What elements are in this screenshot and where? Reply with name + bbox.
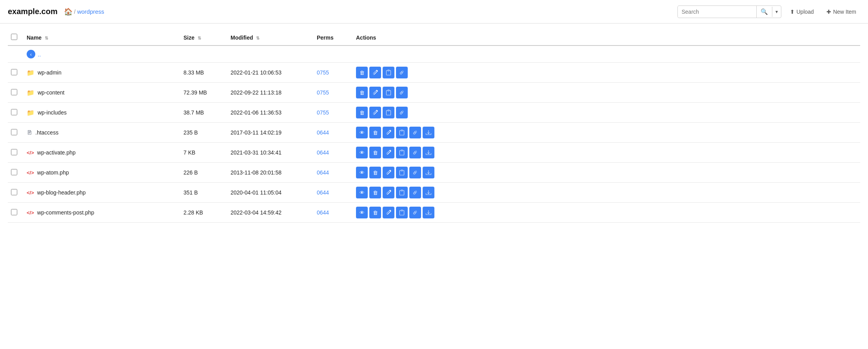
download-button[interactable] [423, 147, 434, 158]
new-item-button[interactable]: ✚ New Item [823, 6, 860, 17]
file-icon: 🖹 [27, 129, 32, 136]
perms-link[interactable]: 0644 [317, 149, 329, 156]
parent-checkbox-cell [8, 45, 24, 63]
breadcrumb-wordpress[interactable]: wordpress [77, 8, 104, 15]
copy-button[interactable] [396, 147, 408, 158]
file-name-container: </> wp-activate.php [27, 149, 177, 156]
edit-button[interactable] [383, 147, 394, 158]
link-button[interactable] [396, 87, 408, 98]
file-name-text[interactable]: wp-content [38, 89, 64, 96]
parent-directory-row: ‹ .. [8, 45, 860, 63]
row-checkbox[interactable] [11, 149, 17, 155]
view-button[interactable]: 👁 [356, 187, 368, 198]
perms-link[interactable]: 0755 [317, 89, 329, 96]
row-checkbox[interactable] [11, 129, 17, 135]
copy-button[interactable] [383, 87, 394, 98]
perms-link[interactable]: 0755 [317, 69, 329, 76]
file-name-text[interactable]: wp-includes [38, 109, 67, 116]
row-name-cell: </> wp-activate.php [24, 143, 180, 163]
row-checkbox[interactable] [11, 189, 17, 195]
search-dropdown-button[interactable]: ▾ [772, 7, 781, 17]
file-name-text: .htaccess [35, 129, 58, 136]
copy-button[interactable] [396, 167, 408, 178]
search-box: 🔍 ▾ [677, 5, 781, 18]
search-button[interactable]: 🔍 [756, 6, 772, 18]
row-checkbox[interactable] [11, 69, 17, 75]
row-checkbox-cell [8, 103, 24, 123]
row-name-cell: 🖹 .htaccess [24, 123, 180, 143]
link-button[interactable] [409, 147, 421, 158]
row-checkbox-cell [8, 123, 24, 143]
link-button[interactable] [396, 107, 408, 118]
edit-button[interactable] [369, 107, 381, 118]
view-button[interactable]: 👁 [356, 147, 368, 158]
link-button[interactable] [409, 127, 421, 138]
home-icon[interactable]: 🏠 [64, 7, 73, 16]
row-modified-cell: 2022-03-04 14:59:42 [227, 203, 314, 223]
th-actions: Actions [353, 30, 860, 45]
copy-button[interactable] [383, 107, 394, 118]
copy-button[interactable] [396, 187, 408, 198]
edit-button[interactable] [383, 207, 394, 218]
select-all-checkbox[interactable] [11, 34, 17, 40]
delete-button[interactable]: 🗑 [356, 107, 368, 118]
modified-sort-icon[interactable]: ⇅ [256, 36, 260, 41]
size-sort-icon[interactable]: ⇅ [198, 36, 201, 41]
actions-container: 👁🗑 [356, 187, 857, 198]
delete-button[interactable]: 🗑 [356, 87, 368, 98]
delete-button[interactable]: 🗑 [369, 207, 381, 218]
delete-button[interactable]: 🗑 [369, 147, 381, 158]
edit-button[interactable] [383, 187, 394, 198]
file-name-container: </> wp-atom.php [27, 169, 177, 176]
row-checkbox[interactable] [11, 169, 17, 175]
link-button[interactable] [409, 167, 421, 178]
perms-link[interactable]: 0644 [317, 209, 329, 216]
row-actions-cell: 👁🗑 [353, 203, 860, 223]
view-button[interactable]: 👁 [356, 127, 368, 138]
link-button[interactable] [409, 187, 421, 198]
row-perms-cell: 0755 [314, 63, 353, 83]
row-checkbox[interactable] [11, 89, 17, 95]
th-name-label: Name [27, 35, 42, 41]
download-button[interactable] [423, 207, 434, 218]
delete-button[interactable]: 🗑 [369, 187, 381, 198]
perms-link[interactable]: 0644 [317, 129, 329, 136]
row-perms-cell: 0644 [314, 123, 353, 143]
row-size-cell: 7 KB [180, 143, 227, 163]
edit-button[interactable] [369, 67, 381, 78]
actions-container: 🗑 [356, 107, 857, 118]
link-button[interactable] [396, 67, 408, 78]
perms-link[interactable]: 0644 [317, 169, 329, 176]
perms-link[interactable]: 0644 [317, 189, 329, 196]
delete-button[interactable]: 🗑 [369, 127, 381, 138]
name-sort-icon[interactable]: ⇅ [45, 36, 48, 41]
delete-button[interactable]: 🗑 [356, 67, 368, 78]
edit-button[interactable] [383, 127, 394, 138]
file-name-text[interactable]: wp-admin [38, 69, 62, 76]
view-button[interactable]: 👁 [356, 167, 368, 178]
row-name-cell: </> wp-atom.php [24, 163, 180, 183]
row-actions-cell: 👁🗑 [353, 123, 860, 143]
file-name-text: wp-activate.php [37, 149, 76, 156]
perms-link[interactable]: 0755 [317, 109, 329, 116]
edit-button[interactable] [383, 167, 394, 178]
copy-button[interactable] [396, 207, 408, 218]
download-button[interactable] [423, 167, 434, 178]
search-input[interactable] [678, 6, 756, 17]
parent-nav[interactable]: ‹ .. [27, 50, 857, 58]
view-button[interactable]: 👁 [356, 207, 368, 218]
download-button[interactable] [423, 127, 434, 138]
download-button[interactable] [423, 187, 434, 198]
edit-button[interactable] [369, 87, 381, 98]
delete-button[interactable]: 🗑 [369, 167, 381, 178]
copy-button[interactable] [396, 127, 408, 138]
row-checkbox[interactable] [11, 209, 17, 215]
header-actions: 🔍 ▾ ⬆ Upload ✚ New Item [677, 5, 861, 18]
row-actions-cell: 🗑 [353, 83, 860, 103]
upload-button[interactable]: ⬆ Upload [786, 6, 818, 17]
row-modified-cell: 2017-03-11 14:02:19 [227, 123, 314, 143]
row-checkbox-cell [8, 163, 24, 183]
copy-button[interactable] [383, 67, 394, 78]
row-checkbox[interactable] [11, 109, 17, 115]
link-button[interactable] [409, 207, 421, 218]
